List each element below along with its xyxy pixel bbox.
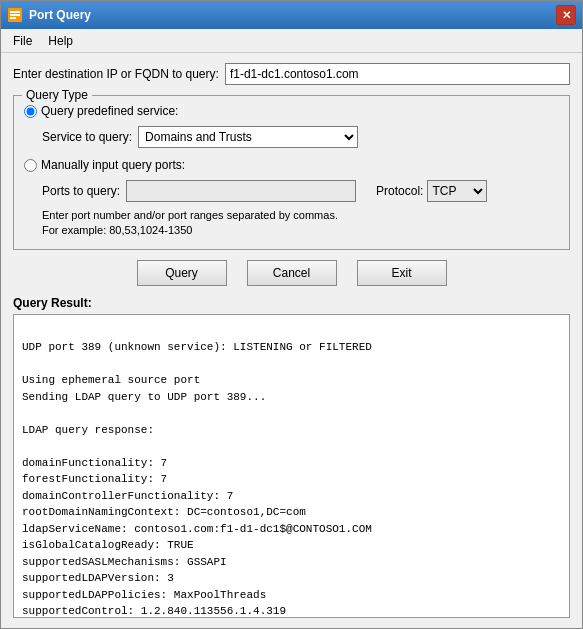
query-result-label: Query Result: [13, 296, 570, 310]
result-line-2 [22, 356, 561, 373]
query-type-group: Query Type Query predefined service: Ser… [13, 95, 570, 250]
menu-bar: File Help [1, 29, 582, 53]
result-line-6: LDAP query response: [22, 422, 561, 439]
result-box[interactable]: UDP port 389 (unknown service): LISTENIN… [13, 314, 570, 618]
service-row: Service to query: Domains and Trusts DNS… [42, 126, 559, 148]
radio-predefined[interactable] [24, 105, 37, 118]
result-line-4: Sending LDAP query to UDP port 389... [22, 389, 561, 406]
radio-predefined-label[interactable]: Query predefined service: [41, 104, 178, 118]
ports-section: Ports to query: Protocol: TCP UDP Both E… [42, 180, 559, 239]
button-row: Query Cancel Exit [13, 260, 570, 286]
result-line-14: supportedSASLMechanisms: GSSAPI [22, 554, 561, 571]
exit-button[interactable]: Exit [357, 260, 447, 286]
destination-label: Enter destination IP or FQDN to query: [13, 67, 219, 81]
window-title: Port Query [29, 8, 556, 22]
close-button[interactable]: ✕ [556, 5, 576, 25]
query-type-legend: Query Type [22, 88, 92, 102]
result-line-16: supportedLDAPPolicies: MaxPoolThreads [22, 587, 561, 604]
result-line-9: forestFunctionality: 7 [22, 471, 561, 488]
ports-label: Ports to query: [42, 184, 120, 198]
menu-help[interactable]: Help [40, 32, 81, 50]
result-line-17: supportedControl: 1.2.840.113556.1.4.319 [22, 603, 561, 618]
radio-manual[interactable] [24, 159, 37, 172]
content-area: Enter destination IP or FQDN to query: Q… [1, 53, 582, 628]
result-line-15: supportedLDAPVersion: 3 [22, 570, 561, 587]
cancel-button[interactable]: Cancel [247, 260, 337, 286]
ports-input[interactable] [126, 180, 356, 202]
app-icon [7, 7, 23, 23]
svg-rect-1 [10, 11, 20, 13]
ports-hint-line2: For example: 80,53,1024-1350 [42, 224, 192, 236]
destination-row: Enter destination IP or FQDN to query: [13, 63, 570, 85]
radio-predefined-row: Query predefined service: [24, 104, 559, 118]
result-line-1: UDP port 389 (unknown service): LISTENIN… [22, 339, 561, 356]
result-line-5 [22, 405, 561, 422]
radio-manual-label[interactable]: Manually input query ports: [41, 158, 185, 172]
result-line-13: isGlobalCatalogReady: TRUE [22, 537, 561, 554]
result-line-3: Using ephemeral source port [22, 372, 561, 389]
result-line-0 [22, 323, 561, 340]
result-line-8: domainFunctionality: 7 [22, 455, 561, 472]
title-bar: Port Query ✕ [1, 1, 582, 29]
result-line-12: ldapServiceName: contoso1.com:f1-d1-dc1$… [22, 521, 561, 538]
protocol-select[interactable]: TCP UDP Both [427, 180, 487, 202]
svg-rect-2 [10, 14, 20, 16]
result-line-11: rootDomainNamingContext: DC=contoso1,DC=… [22, 504, 561, 521]
service-select[interactable]: Domains and Trusts DNS LDAP RPC Exchange [138, 126, 358, 148]
ports-hint: Enter port number and/or port ranges sep… [42, 208, 559, 239]
protocol-label: Protocol: [376, 184, 423, 198]
svg-rect-3 [10, 17, 16, 19]
destination-input[interactable] [225, 63, 570, 85]
service-label: Service to query: [42, 130, 132, 144]
result-line-10: domainControllerFunctionality: 7 [22, 488, 561, 505]
menu-file[interactable]: File [5, 32, 40, 50]
radio-manual-row: Manually input query ports: [24, 158, 559, 172]
ports-hint-line1: Enter port number and/or port ranges sep… [42, 209, 338, 221]
result-line-7 [22, 438, 561, 455]
ports-row: Ports to query: Protocol: TCP UDP Both [42, 180, 559, 202]
main-window: Port Query ✕ File Help Enter destination… [0, 0, 583, 629]
query-button[interactable]: Query [137, 260, 227, 286]
